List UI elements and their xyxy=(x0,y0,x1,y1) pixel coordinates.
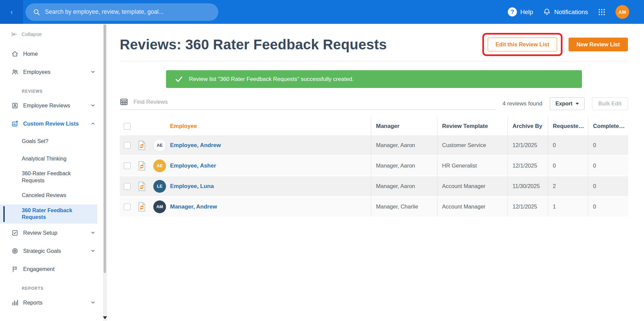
row-checkbox[interactable] xyxy=(124,203,130,210)
page-title: Reviews: 360 Rater Feedback Requests xyxy=(120,37,387,53)
requested-cell: 1 xyxy=(548,197,588,217)
chevron-down-icon xyxy=(90,69,96,75)
scrollbar-thumb[interactable] xyxy=(104,25,106,273)
sidebar-section-reviews: REVIEWS xyxy=(0,81,103,96)
table-row: AM Manager, Andrew Manager, Charlie Acco… xyxy=(120,197,628,217)
find-reviews-input[interactable] xyxy=(133,99,496,105)
employee-link[interactable]: Manager, Andrew xyxy=(170,203,217,210)
chevron-down-icon xyxy=(90,300,96,305)
nav-back-button[interactable]: ‹ xyxy=(0,0,23,24)
sidebar-subitem-goals-set[interactable]: Goals Set? xyxy=(0,133,103,150)
chevron-up-icon xyxy=(90,121,96,126)
template-cell: HR Generalist xyxy=(437,156,507,176)
manager-cell: Manager, Charlie xyxy=(371,197,437,217)
user-avatar[interactable]: AM xyxy=(615,5,629,19)
completed-cell: 0 xyxy=(588,156,628,176)
employees-icon xyxy=(11,68,18,76)
edit-review-list-button[interactable]: Edit this Review List xyxy=(488,38,557,51)
row-checkbox[interactable] xyxy=(124,163,130,169)
scrollbar-down-arrow[interactable] xyxy=(103,316,107,319)
avatar: LE xyxy=(153,180,166,193)
review-document-refresh-icon[interactable] xyxy=(138,182,146,191)
review-document-refresh-icon[interactable] xyxy=(138,202,146,212)
find-reviews[interactable] xyxy=(120,98,496,110)
manager-cell: Manager, Aaron xyxy=(371,135,437,155)
avatar: AE xyxy=(153,139,166,152)
archive-by-cell: 12/1/2025 xyxy=(507,197,548,217)
sidebar-item-label: Reports xyxy=(23,300,86,306)
review-document-refresh-icon[interactable] xyxy=(138,141,146,150)
main-content: Reviews: 360 Rater Feedback Requests Edi… xyxy=(107,0,644,321)
requested-cell: 0 xyxy=(548,135,588,155)
archive-by-cell: 11/30/2025 xyxy=(507,176,548,196)
table-header-row: Employee Manager Review Template Archive… xyxy=(120,117,628,135)
sidebar-item-review-setup[interactable]: Review Setup xyxy=(0,224,103,242)
sidebar-item-label: Review Setup xyxy=(23,230,86,236)
template-cell: Customer Service xyxy=(437,135,507,155)
notifications-label: Notifications xyxy=(554,8,588,16)
avatar: AE xyxy=(153,159,166,172)
sidebar-item-label: Engagement xyxy=(23,266,96,272)
completed-cell: 0 xyxy=(588,197,628,217)
column-header-requested[interactable]: Requeste… xyxy=(548,117,588,135)
sidebar-subitem-360-rater-feedback-requests[interactable]: 360-Rater Feedback Requests xyxy=(0,168,103,187)
sidebar-subitem-canceled-reviews[interactable]: Canceled Reviews xyxy=(0,187,103,204)
column-header-employee[interactable]: Employee xyxy=(170,117,371,135)
search-icon xyxy=(33,8,40,16)
review-setup-icon xyxy=(11,229,18,236)
sidebar-subitem-360-rater-feedback-requests-selected[interactable]: 360 Rater Feedback Requests xyxy=(0,204,97,224)
new-review-list-button[interactable]: New Review List xyxy=(569,38,628,51)
sidebar-item-label: Home xyxy=(23,51,96,57)
row-checkbox[interactable] xyxy=(124,183,130,190)
notifications-button[interactable]: Notifications xyxy=(543,8,588,16)
caret-down-icon xyxy=(576,103,579,105)
table-row: AE Employee, Andrew Manager, Aaron Custo… xyxy=(120,135,628,156)
home-icon xyxy=(11,50,18,57)
column-header-archive-by[interactable]: Archive By xyxy=(507,117,548,135)
reviews-table: Employee Manager Review Template Archive… xyxy=(120,117,628,217)
employee-reviews-icon xyxy=(11,102,18,109)
sidebar-item-employees[interactable]: Employees xyxy=(0,63,103,81)
employee-link[interactable]: Employee, Asher xyxy=(170,163,216,169)
collapse-label: Collapse xyxy=(21,31,42,37)
column-header-review-template[interactable]: Review Template xyxy=(437,117,507,135)
success-banner-text: Review list "360 Rater Feedback Requests… xyxy=(189,76,354,83)
sidebar-scrollbar[interactable] xyxy=(103,24,107,321)
sidebar-item-engagement[interactable]: Engagement xyxy=(0,260,103,278)
sidebar-item-home[interactable]: Home xyxy=(0,45,103,63)
row-checkbox[interactable] xyxy=(124,142,130,149)
sidebar-item-label: Strategic Goals xyxy=(23,248,86,254)
sidebar-item-employee-reviews[interactable]: Employee Reviews xyxy=(0,96,103,114)
sidebar-item-reports[interactable]: Reports xyxy=(0,293,103,312)
engagement-icon xyxy=(11,266,18,273)
help-button[interactable]: ? Help xyxy=(508,7,533,16)
select-all-checkbox[interactable] xyxy=(124,123,130,130)
find-reviews-icon xyxy=(120,98,128,106)
sidebar-collapse-button[interactable]: Collapse xyxy=(0,24,103,45)
help-label: Help xyxy=(520,8,533,16)
column-header-manager[interactable]: Manager xyxy=(371,117,437,135)
export-button[interactable]: Export xyxy=(550,97,585,110)
toolbar-actions: 4 reviews found Export Bulk Edit xyxy=(502,97,628,110)
sidebar-item-custom-review-lists[interactable]: Custom Review Lists xyxy=(0,114,103,133)
requested-cell: 2 xyxy=(548,176,588,196)
page-header-actions: Edit this Review List New Review List xyxy=(482,33,628,56)
apps-grid-icon xyxy=(598,8,605,16)
search-input[interactable] xyxy=(45,8,211,15)
employee-link[interactable]: Employee, Andrew xyxy=(170,142,221,149)
check-icon xyxy=(175,75,183,83)
employee-link[interactable]: Employee, Luna xyxy=(170,183,214,190)
manager-cell: Manager, Aaron xyxy=(371,156,437,176)
sidebar-item-strategic-goals[interactable]: Strategic Goals xyxy=(0,242,103,260)
sidebar-item-label: Employee Reviews xyxy=(23,102,86,109)
strategic-goals-icon xyxy=(11,247,18,255)
column-header-completed[interactable]: Complete… xyxy=(588,117,628,135)
table-row: AE Employee, Asher Manager, Aaron HR Gen… xyxy=(120,156,628,176)
apps-grid-button[interactable] xyxy=(598,8,605,16)
topbar-actions: ? Help Notifications AM xyxy=(508,5,644,19)
global-search[interactable] xyxy=(25,3,218,21)
bell-icon xyxy=(543,8,551,16)
bulk-edit-button[interactable]: Bulk Edit xyxy=(592,97,628,110)
review-document-refresh-icon[interactable] xyxy=(138,161,146,171)
sidebar-subitem-analytical-thinking[interactable]: Analytical Thinking xyxy=(0,150,103,168)
